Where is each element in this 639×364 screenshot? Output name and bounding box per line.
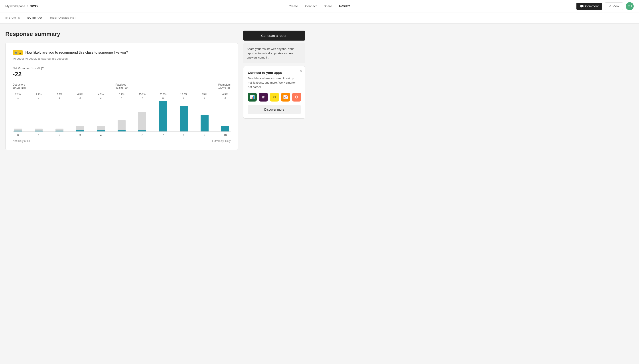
app-icon-sheets[interactable]: 📊: [248, 93, 257, 102]
question-header: 🔊 1 How likely are you to recommend this…: [13, 50, 230, 55]
share-info-box: Share your results with anyone. Your rep…: [243, 43, 305, 64]
promoters-section: Promoters 17.4% (8): [218, 83, 230, 89]
workspace-link[interactable]: My workspace: [5, 4, 25, 8]
tab-responses[interactable]: RESPONSES [46]: [50, 12, 76, 23]
nps-score: -22: [13, 71, 230, 78]
bar-count-4: 2: [96, 96, 106, 99]
comment-button[interactable]: 💬 Comment: [576, 3, 602, 10]
bar-col-10: [220, 101, 230, 132]
detractors-label: Detractors: [13, 83, 26, 86]
nps-label: Net Promoter Score® (?): [13, 66, 230, 70]
view-label: View: [612, 4, 619, 8]
bar-col-2: [54, 101, 65, 132]
bar-count-7: 11: [158, 96, 168, 99]
page-title: Response summary: [5, 30, 238, 38]
bar-count-6: 7: [137, 96, 148, 99]
breadcrumb-separator: /: [27, 4, 28, 8]
promoters-pct: 17.4% (8): [218, 86, 230, 89]
bar-col-5: [116, 101, 127, 132]
tab-insights[interactable]: INSIGHTS: [5, 12, 20, 23]
bar-count-8: 9: [178, 96, 189, 99]
connect-card: × Connect to your apps Send data where y…: [243, 66, 305, 119]
bar-count-3: 2: [75, 96, 85, 99]
bar-pct-8: 19.6%: [178, 93, 189, 96]
x-label-1: 1: [33, 134, 44, 137]
x-label-6: 6: [137, 134, 148, 137]
app-icon-hubspot[interactable]: ⚙: [292, 93, 301, 102]
bar-pct-5: 8.7%: [116, 93, 127, 96]
x-label-9: 9: [199, 134, 210, 137]
bar-count-5: 4: [116, 96, 127, 99]
nav-center: Create Connect Share Results: [289, 0, 350, 12]
bar-count-2: 1: [54, 96, 65, 99]
bar-pct-2: 2.2%: [54, 93, 65, 96]
bar-pct-4: 4.3%: [96, 93, 106, 96]
question-text: How likely are you to recommend this cla…: [25, 50, 128, 55]
bar-count-row: 111224711962: [13, 96, 230, 99]
app-icon-mailchimp[interactable]: ✉: [270, 93, 279, 102]
breadcrumb-current: NPS®: [30, 4, 38, 8]
app-icon-slack[interactable]: #: [259, 93, 268, 102]
bar-percentages-row: 2.2%2.2%2.2%4.3%4.3%8.7%15.2%23.9%19.6%1…: [13, 93, 230, 96]
top-navigation: My workspace / NPS® Create Connect Share…: [0, 0, 639, 12]
passives-label: Passives: [115, 83, 128, 86]
x-axis-left: Not likely at all: [13, 140, 30, 142]
distribution-labels: Detractors 39.1% (18) Passives 43.5% (20…: [13, 83, 230, 89]
nav-results[interactable]: Results: [339, 0, 350, 12]
app-icon-numbers[interactable]: 📈: [281, 93, 290, 102]
question-card: 🔊 1 How likely are you to recommend this…: [5, 43, 238, 150]
x-axis-labels: Not likely at all Extremely likely: [13, 140, 230, 142]
tab-summary[interactable]: SUMMARY: [27, 12, 43, 23]
content-right: Generate a report Share your results wit…: [243, 30, 305, 118]
bar-pct-10: 4.3%: [220, 93, 230, 96]
bar-pct-3: 4.3%: [75, 93, 85, 96]
x-label-3: 3: [75, 134, 85, 137]
comment-label: Comment: [585, 4, 599, 8]
bar-pct-1: 2.2%: [33, 93, 44, 96]
bar-col-3: [75, 101, 85, 132]
promoters-label: Promoters: [218, 83, 230, 86]
bar-col-4: [96, 101, 106, 132]
bar-col-0: [13, 101, 23, 132]
connect-desc: Send data where you need it, set up noti…: [248, 76, 301, 89]
bar-col-7: [158, 101, 168, 132]
comment-icon: 💬: [580, 4, 584, 8]
bar-count-10: 2: [220, 96, 230, 99]
sub-navigation: INSIGHTS SUMMARY RESPONSES [46]: [0, 12, 639, 24]
question-number: 1: [19, 51, 21, 54]
nav-actions: 💬 Comment ↗ View RH: [576, 2, 634, 10]
hubspot-icon: ⚙: [295, 95, 298, 100]
bar-count-9: 6: [199, 96, 210, 99]
x-label-0: 0: [13, 134, 23, 137]
app-icons-row: 📊 # ✉ 📈 ⚙: [248, 93, 301, 102]
x-label-10: 10: [220, 134, 230, 137]
passives-section: Passives 43.5% (20): [115, 83, 128, 89]
close-button[interactable]: ×: [299, 69, 302, 73]
chart-container: 2.2%2.2%2.2%4.3%4.3%8.7%15.2%23.9%19.6%1…: [13, 93, 230, 142]
bar-col-9: [199, 101, 210, 132]
numbers-icon: 📈: [283, 95, 288, 100]
mailchimp-icon: ✉: [273, 95, 276, 100]
view-button[interactable]: ↗ View: [605, 2, 623, 10]
sheets-icon: 📊: [250, 95, 255, 100]
nav-connect[interactable]: Connect: [305, 0, 316, 12]
external-link-icon: ↗: [609, 4, 611, 8]
slack-icon: #: [262, 95, 264, 100]
nav-create[interactable]: Create: [289, 0, 298, 12]
x-labels-row: 012345678910: [13, 134, 230, 137]
generate-report-button[interactable]: Generate a report: [243, 30, 305, 40]
x-label-2: 2: [54, 134, 65, 137]
main-content: Response summary 🔊 1 How likely are you …: [0, 24, 311, 157]
avatar[interactable]: RH: [626, 2, 634, 10]
response-count: 46 out of 46 people answered this questi…: [13, 57, 230, 60]
question-badge: 🔊 1: [13, 50, 23, 55]
discover-more-button[interactable]: Discover more: [248, 105, 301, 114]
content-left: Response summary 🔊 1 How likely are you …: [5, 30, 238, 150]
connect-title: Connect to your apps: [248, 71, 301, 74]
x-label-4: 4: [96, 134, 106, 137]
bar-col-1: [33, 101, 44, 132]
detractors-section: Detractors 39.1% (18): [13, 83, 26, 89]
bar-pct-6: 15.2%: [137, 93, 148, 96]
nav-share[interactable]: Share: [324, 0, 332, 12]
bar-pct-7: 23.9%: [158, 93, 168, 96]
